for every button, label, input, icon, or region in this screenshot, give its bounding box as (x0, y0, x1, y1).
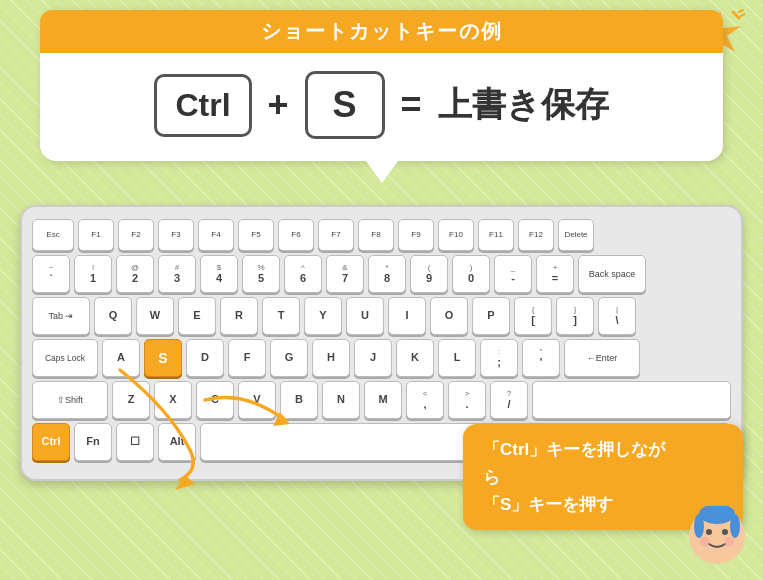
key-c[interactable]: C (196, 381, 234, 419)
svg-point-8 (722, 529, 728, 535)
plus-sign: + (268, 84, 289, 126)
s-key-demo: S (305, 71, 385, 139)
key-f7[interactable]: F7 (318, 219, 354, 251)
key-z[interactable]: Z (112, 381, 150, 419)
svg-point-10 (694, 514, 704, 538)
key-ctrl[interactable]: Ctrl (32, 423, 70, 461)
key-n[interactable]: N (322, 381, 360, 419)
key-f1[interactable]: F1 (78, 219, 114, 251)
key-rbracket[interactable]: }] (556, 297, 594, 335)
key-os[interactable]: ☐ (116, 423, 154, 461)
shortcut-title: ショートカットキーの例 (261, 20, 503, 42)
svg-line-1 (733, 12, 739, 18)
keyboard-row-fn: Esc F1 F2 F3 F4 F5 F6 F7 F8 F9 F10 F11 F… (32, 219, 731, 251)
key-esc[interactable]: Esc (32, 219, 74, 251)
key-h[interactable]: H (312, 339, 350, 377)
key-l[interactable]: L (438, 339, 476, 377)
key-delete[interactable]: Delete (558, 219, 594, 251)
shortcut-header: ショートカットキーの例 (40, 10, 723, 53)
key-g[interactable]: G (270, 339, 308, 377)
key-s[interactable]: S (144, 339, 182, 377)
key-3[interactable]: #3 (158, 255, 196, 293)
key-m[interactable]: M (364, 381, 402, 419)
key-lbracket[interactable]: {[ (514, 297, 552, 335)
key-r[interactable]: R (220, 297, 258, 335)
svg-point-12 (700, 537, 710, 547)
key-9[interactable]: (9 (410, 255, 448, 293)
key-8[interactable]: *8 (368, 255, 406, 293)
svg-point-11 (730, 514, 740, 538)
key-f[interactable]: F (228, 339, 266, 377)
key-v[interactable]: V (238, 381, 276, 419)
shortcut-result: 上書き保存 (438, 82, 609, 128)
key-6[interactable]: ^6 (284, 255, 322, 293)
key-backspace[interactable]: Back space (578, 255, 646, 293)
key-f11[interactable]: F11 (478, 219, 514, 251)
shortcut-body: Ctrl + S = 上書き保存 (40, 53, 723, 161)
key-f3[interactable]: F3 (158, 219, 194, 251)
key-j[interactable]: J (354, 339, 392, 377)
key-tilde[interactable]: ~` (32, 255, 70, 293)
key-backslash[interactable]: |\ (598, 297, 636, 335)
keyboard-row-qwerty: Tab ⇥ Q W E R T Y U I O P {[ }] |\ (32, 297, 731, 335)
key-f9[interactable]: F9 (398, 219, 434, 251)
key-7[interactable]: &7 (326, 255, 364, 293)
keyboard-row-zxcv: ⇧Shift Z X C V B N M <, >. ?/ (32, 381, 731, 419)
key-f6[interactable]: F6 (278, 219, 314, 251)
key-e[interactable]: E (178, 297, 216, 335)
key-fn[interactable]: Fn (74, 423, 112, 461)
svg-point-13 (724, 537, 734, 547)
key-5[interactable]: %5 (242, 255, 280, 293)
annotation-text: 「Ctrl」キーを押しながら「S」キーを押す (483, 440, 665, 513)
key-shift-left[interactable]: ⇧Shift (32, 381, 108, 419)
key-k[interactable]: K (396, 339, 434, 377)
key-f5[interactable]: F5 (238, 219, 274, 251)
key-enter[interactable]: ←Enter (564, 339, 640, 377)
key-d[interactable]: D (186, 339, 224, 377)
key-semicolon[interactable]: :; (480, 339, 518, 377)
key-a[interactable]: A (102, 339, 140, 377)
key-equals[interactable]: += (536, 255, 574, 293)
keyboard-row-numbers: ~` !1 @2 #3 $4 %5 ^6 &7 *8 (9 )0 _- += B… (32, 255, 731, 293)
keyboard-row-asdf: Caps Lock A S D F G H J K L :; "' ←Enter (32, 339, 731, 377)
equals-sign: = (401, 84, 422, 126)
key-f10[interactable]: F10 (438, 219, 474, 251)
key-comma[interactable]: <, (406, 381, 444, 419)
key-alt[interactable]: Alt (158, 423, 196, 461)
key-w[interactable]: W (136, 297, 174, 335)
svg-point-7 (706, 529, 712, 535)
key-0[interactable]: )0 (452, 255, 490, 293)
key-i[interactable]: I (388, 297, 426, 335)
key-tab[interactable]: Tab ⇥ (32, 297, 90, 335)
key-x[interactable]: X (154, 381, 192, 419)
key-p[interactable]: P (472, 297, 510, 335)
key-u[interactable]: U (346, 297, 384, 335)
key-f12[interactable]: F12 (518, 219, 554, 251)
key-quote[interactable]: "' (522, 339, 560, 377)
key-slash[interactable]: ?/ (490, 381, 528, 419)
key-4[interactable]: $4 (200, 255, 238, 293)
key-y[interactable]: Y (304, 297, 342, 335)
character-avatar (687, 506, 747, 566)
svg-line-2 (739, 10, 743, 12)
key-1[interactable]: !1 (74, 255, 112, 293)
svg-line-3 (741, 14, 745, 16)
key-minus[interactable]: _- (494, 255, 532, 293)
key-capslock[interactable]: Caps Lock (32, 339, 98, 377)
key-o[interactable]: O (430, 297, 468, 335)
key-2[interactable]: @2 (116, 255, 154, 293)
key-f8[interactable]: F8 (358, 219, 394, 251)
key-t[interactable]: T (262, 297, 300, 335)
shortcut-example-box: ショートカットキーの例 Ctrl + S = 上書き保存 (40, 10, 723, 161)
key-f4[interactable]: F4 (198, 219, 234, 251)
key-f2[interactable]: F2 (118, 219, 154, 251)
key-shift-right[interactable] (532, 381, 731, 419)
key-b[interactable]: B (280, 381, 318, 419)
key-period[interactable]: >. (448, 381, 486, 419)
ctrl-key-demo: Ctrl (154, 74, 251, 137)
key-q[interactable]: Q (94, 297, 132, 335)
